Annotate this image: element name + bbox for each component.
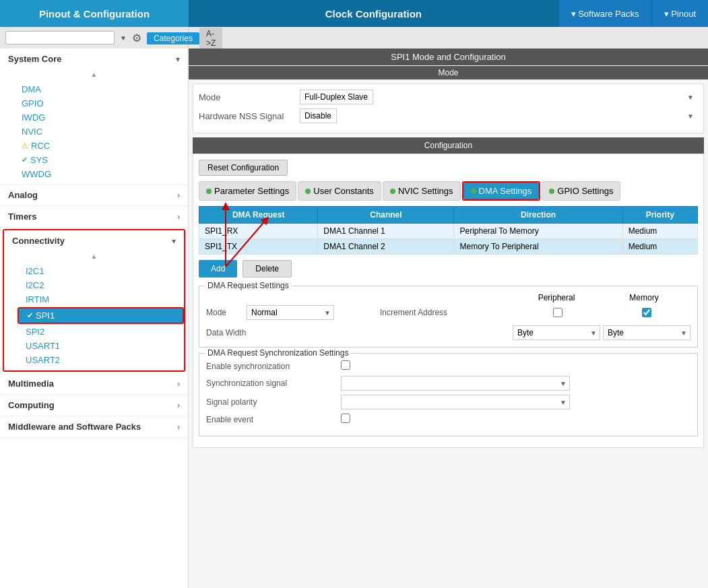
tab-nvic-settings[interactable]: NVIC Settings [383, 181, 461, 201]
add-delete-buttons: Add Delete [199, 260, 698, 277]
sidebar-item-usart2[interactable]: USART2 [18, 353, 184, 367]
table-row[interactable]: SPI1_TX DMA1 Channel 2 Memory To Periphe… [199, 239, 698, 255]
connectivity-section: Connectivity ▾ ▲ I2C1 I2C2 IRTIM ✔ SPI1 [4, 230, 184, 370]
sidebar-item-wwdg[interactable]: WWDG [13, 167, 188, 181]
timers-arrow: › [177, 212, 180, 222]
dma-mode-select-wrapper: Normal Circular ▼ [247, 305, 334, 320]
connectivity-label: Connectivity [12, 236, 65, 246]
enable-event-checkbox[interactable] [341, 414, 350, 423]
sidebar-item-i2c1[interactable]: I2C1 [18, 264, 184, 278]
signal-polarity-label: Signal polarity [206, 397, 341, 407]
gpio-tab-dot [549, 189, 554, 194]
config-inner: Reset Configuration Parameter Settings U… [193, 154, 704, 448]
nvic-tab-label: NVIC Settings [398, 186, 453, 196]
dma-request-settings-box: DMA Request Settings Peripheral Memory M… [199, 286, 698, 348]
dma-col-headers: Peripheral Memory [206, 293, 690, 302]
peripheral-increment-checkbox[interactable] [553, 308, 562, 317]
spi1-rx-channel: DMA1 Channel 1 [318, 224, 454, 239]
spi1-rx-direction: Peripheral To Memory [454, 224, 622, 239]
sidebar-item-gpio[interactable]: GPIO [13, 96, 188, 110]
spi1-rx-request: SPI1_RX [199, 224, 318, 239]
system-core-header[interactable]: System Core ▾ [0, 48, 188, 69]
system-core-items: DMA GPIO IWDG NVIC ⚠RCC ✔SYS WWDG [0, 79, 188, 184]
sidebar-item-rcc[interactable]: ⚠RCC [13, 139, 188, 153]
sidebar-item-spi2[interactable]: SPI2 [18, 325, 184, 339]
middleware-section: Middleware and Software Packs › [0, 416, 188, 438]
warning-icon: ⚠ [22, 141, 28, 150]
middleware-header[interactable]: Middleware and Software Packs › [0, 416, 188, 437]
peripheral-data-width-select[interactable]: Byte Half Word Word [513, 325, 600, 340]
sidebar-item-irtim[interactable]: IRTIM [18, 292, 184, 306]
tab-az[interactable]: A->Z [199, 28, 222, 49]
scroll-up-conn: ▲ [4, 251, 184, 261]
param-tab-label: Parameter Settings [214, 186, 289, 196]
scroll-up-indicator: ▲ [0, 69, 188, 79]
sidebar: System Core ▾ ▲ DMA GPIO IWDG NVIC ⚠RCC … [0, 48, 189, 588]
delete-button[interactable]: Delete [243, 260, 292, 277]
software-packs-button[interactable]: ▾ Software Packs [558, 0, 651, 27]
computing-header[interactable]: Computing › [0, 395, 188, 416]
gpio-tab-label: GPIO Settings [557, 186, 613, 196]
dma-mode-select[interactable]: Normal Circular [247, 305, 334, 320]
increment-checkboxes [514, 308, 690, 317]
nvic-label: NVIC [22, 127, 42, 137]
dma-tab-label: DMA Settings [479, 186, 532, 196]
gear-icon[interactable]: ⚙ [132, 32, 141, 44]
sidebar-item-usart1[interactable]: USART1 [18, 339, 184, 353]
spi1-rx-priority: Medium [622, 224, 697, 239]
sync-settings-legend: DMA Request Synchronization Settings [205, 348, 351, 358]
search-input[interactable] [5, 31, 115, 44]
computing-arrow: › [177, 401, 180, 410]
tab-gpio-settings[interactable]: GPIO Settings [542, 181, 620, 201]
sidebar-item-iwdg[interactable]: IWDG [13, 110, 188, 125]
priority-col-header: Priority [622, 207, 697, 224]
memory-col-header: Memory [600, 293, 688, 302]
add-delete-area: Add Delete [199, 260, 698, 277]
computing-section: Computing › [0, 395, 188, 416]
nss-label: Hardware NSS Signal [199, 111, 300, 121]
direction-col-header: Direction [454, 207, 622, 224]
multimedia-header[interactable]: Multimedia › [0, 373, 188, 394]
nss-select[interactable]: Disable [300, 108, 337, 123]
sidebar-item-dma[interactable]: DMA [13, 82, 188, 96]
signal-polarity-select[interactable] [341, 395, 570, 410]
middleware-label: Middleware and Software Packs [8, 422, 141, 432]
sidebar-item-sys[interactable]: ✔SYS [13, 153, 188, 167]
sidebar-item-nvic[interactable]: NVIC [13, 125, 188, 139]
iwdg-label: IWDG [22, 112, 45, 123]
sync-signal-row: Synchronization signal ▼ [206, 376, 690, 391]
data-width-label: Data Width [206, 328, 246, 337]
tab-dma-settings[interactable]: DMA Settings [463, 183, 540, 199]
connectivity-header[interactable]: Connectivity ▾ [4, 230, 184, 251]
spi1-mode-header: SPI1 Mode and Configuration [189, 48, 708, 65]
peripheral-col-header: Peripheral [513, 293, 600, 302]
sidebar-item-i2c2[interactable]: I2C2 [18, 278, 184, 292]
pinout-button[interactable]: ▾ Pinout [651, 0, 708, 27]
nss-row: Hardware NSS Signal Disable [199, 108, 698, 123]
dma-mode-row: Mode Normal Circular ▼ Increment Address [206, 305, 690, 320]
table-row[interactable]: SPI1_RX DMA1 Channel 1 Peripheral To Mem… [199, 224, 698, 239]
i2c2-label: I2C2 [26, 280, 44, 290]
sync-signal-select[interactable] [341, 376, 570, 391]
system-core-label: System Core [8, 54, 61, 64]
tab-parameter-settings[interactable]: Parameter Settings [199, 181, 296, 201]
mode-field-label: Mode [199, 92, 300, 102]
add-button[interactable]: Add [199, 260, 237, 277]
memory-data-width-select[interactable]: Byte Half Word Word [603, 325, 690, 340]
sync-settings-box: DMA Request Synchronization Settings Ena… [199, 353, 698, 436]
enable-sync-row: Enable synchronization [206, 360, 690, 372]
tab-categories[interactable]: Categories [147, 32, 199, 44]
memory-data-width-wrapper: Byte Half Word Word ▼ [603, 325, 690, 340]
spi1-tx-priority: Medium [622, 239, 697, 255]
timers-header[interactable]: Timers › [0, 206, 188, 227]
enable-sync-checkbox[interactable] [341, 360, 350, 370]
mode-subheader: Mode [189, 66, 708, 79]
analog-arrow: › [177, 191, 180, 200]
memory-increment-checkbox[interactable] [642, 308, 651, 317]
analog-header[interactable]: Analog › [0, 185, 188, 205]
reset-config-button[interactable]: Reset Configuration [199, 160, 288, 176]
sidebar-item-spi1[interactable]: ✔ SPI1 [19, 308, 183, 323]
tab-user-constants[interactable]: User Constants [298, 181, 381, 201]
dma-tab-border-box: DMA Settings [462, 181, 541, 201]
mode-select[interactable]: Full-Duplex Slave [300, 90, 373, 104]
